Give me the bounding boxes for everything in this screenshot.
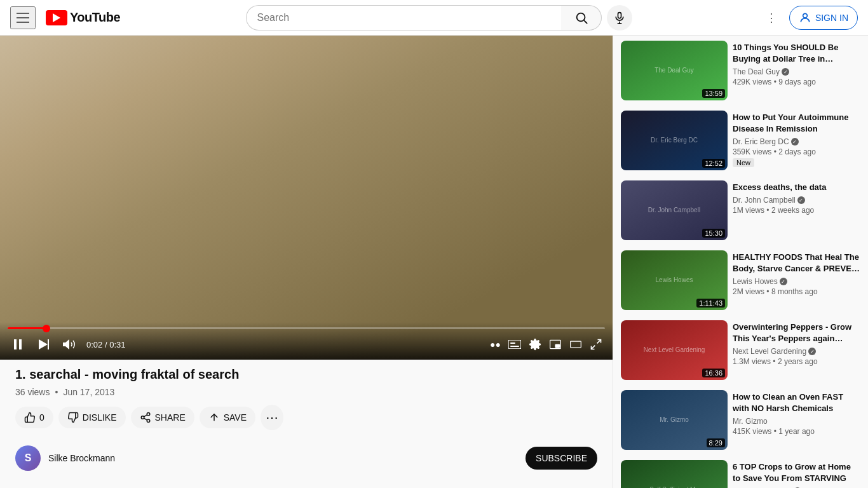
- sidebar-channel-name: Next Level Gardening: [733, 347, 860, 356]
- video-duration: 8:29: [707, 438, 725, 447]
- video-duration: 13:59: [702, 89, 725, 98]
- sidebar-channel-name: Lewis Howes: [733, 277, 860, 286]
- sidebar-item[interactable]: Mr. Gizmo8:29How to Clean an Oven FAST w…: [613, 385, 868, 455]
- subscribe-button[interactable]: SUBSCRIBE: [526, 447, 597, 470]
- svg-text:The Deal Guy: The Deal Guy: [654, 67, 694, 74]
- svg-line-47: [144, 415, 147, 417]
- sidebar-video-info: HEALTHY FOODS That Heal The Body, Starve…: [733, 250, 860, 310]
- svg-line-46: [144, 418, 147, 420]
- play-pause-button[interactable]: [8, 334, 28, 355]
- next-button[interactable]: [33, 334, 53, 355]
- video-info: 1. searchal - moving fraktal of search 3…: [0, 360, 613, 438]
- gear-icon: [529, 338, 541, 351]
- search-input[interactable]: [246, 5, 561, 30]
- sidebar-item[interactable]: Dr. John Campbell15:30Excess deaths, the…: [613, 175, 868, 245]
- search-icon: [574, 11, 588, 25]
- settings-gear-button[interactable]: [526, 336, 544, 353]
- sidebar-item[interactable]: Self Sufficient Me12:046 TOP Crops to Gr…: [613, 455, 868, 488]
- svg-rect-30: [19, 339, 22, 349]
- share-icon: [140, 412, 151, 423]
- sidebar-thumbnail: Lewis Howes1:11:43: [621, 250, 728, 310]
- sign-in-button[interactable]: SIGN IN: [789, 6, 858, 30]
- svg-rect-39: [555, 344, 560, 348]
- svg-rect-20: [240, 308, 613, 313]
- verified-icon: [782, 68, 789, 76]
- sidebar-video-stats: 429K views • 9 days ago: [733, 78, 860, 86]
- video-duration: 15:30: [702, 229, 725, 238]
- sidebar-thumbnail: Next Level Gardening16:36: [621, 320, 728, 380]
- video-title: 1. searchal - moving fraktal of search: [15, 367, 597, 382]
- svg-line-1: [584, 20, 587, 24]
- controls-row: 0:02 / 0:31 ●●: [8, 334, 605, 355]
- like-count: 0: [39, 412, 44, 423]
- subtitles-button[interactable]: [506, 337, 524, 351]
- mic-button[interactable]: [607, 5, 632, 30]
- theater-icon: [569, 338, 582, 351]
- fullscreen-button[interactable]: [587, 336, 605, 353]
- svg-rect-26: [240, 268, 245, 308]
- sidebar-video-info: Excess deaths, the dataDr. John Campbell…: [733, 180, 860, 240]
- svg-marker-31: [39, 339, 48, 349]
- sidebar-thumbnail: Dr. Eric Berg DC12:52: [621, 111, 728, 170]
- video-controls: 0:02 / 0:31 ●●: [0, 322, 613, 360]
- channel-name[interactable]: Silke Brockmann: [48, 453, 115, 463]
- progress-dot: [43, 325, 50, 332]
- save-button[interactable]: SAVE: [200, 407, 255, 428]
- video-frame: [0, 36, 613, 360]
- svg-line-42: [592, 346, 595, 349]
- svg-rect-61: [621, 460, 728, 488]
- svg-point-0: [577, 13, 585, 21]
- video-player-wrapper: 0:02 / 0:31 ●●: [0, 36, 613, 360]
- sidebar-item[interactable]: Dr. Eric Berg DC12:52How to Put Your Aut…: [613, 105, 868, 175]
- fullscreen-icon: [590, 338, 602, 351]
- svg-rect-24: [159, 187, 165, 227]
- logo[interactable]: YouTube: [46, 10, 120, 25]
- sidebar-channel-name: Dr. Eric Berg DC: [733, 137, 860, 146]
- share-button[interactable]: SHARE: [131, 407, 194, 428]
- like-button[interactable]: 0: [15, 407, 53, 428]
- next-icon: [36, 337, 51, 352]
- sidebar-thumbnail: Self Sufficient Me12:04: [621, 460, 728, 488]
- video-player[interactable]: 0:02 / 0:31 ●●: [0, 36, 613, 360]
- miniplayer-icon: [549, 338, 562, 351]
- svg-point-5: [803, 13, 808, 18]
- staircase-visual: [0, 36, 613, 360]
- share-label: SHARE: [155, 412, 186, 423]
- save-label: SAVE: [224, 412, 247, 423]
- menu-button[interactable]: [10, 6, 36, 29]
- volume-button[interactable]: [58, 334, 79, 355]
- volume-icon: [61, 337, 76, 352]
- settings-button[interactable]: ●●: [487, 337, 503, 352]
- sidebar-video-stats: 1M views • 2 weeks ago: [733, 206, 860, 215]
- sidebar-video-title: Excess deaths, the data: [733, 182, 860, 193]
- time-display: 0:02 / 0:31: [86, 340, 125, 349]
- more-options-button[interactable]: ⋮: [759, 5, 784, 30]
- sidebar-video-stats: 2M views • 8 months ago: [733, 287, 860, 296]
- miniplayer-button[interactable]: [546, 336, 564, 353]
- more-actions-button[interactable]: ⋯: [261, 405, 283, 430]
- video-meta: 36 views • Jun 17, 2013: [15, 387, 597, 397]
- svg-point-43: [147, 413, 150, 416]
- svg-rect-22: [80, 108, 85, 148]
- sidebar-video-info: 6 TOP Crops to Grow at Home to Save You …: [733, 460, 860, 488]
- verified-icon: [797, 196, 805, 204]
- sidebar-item[interactable]: The Deal Guy13:5910 Things You SHOULD Be…: [613, 36, 868, 105]
- progress-bar[interactable]: [8, 327, 605, 329]
- sidebar-item[interactable]: Lewis Howes1:11:43HEALTHY FOODS That Hea…: [613, 245, 868, 315]
- pause-icon: [10, 337, 25, 352]
- sidebar-video-info: 10 Things You SHOULD Be Buying at Dollar…: [733, 41, 860, 100]
- header-center: [120, 5, 759, 30]
- mic-icon: [613, 11, 626, 24]
- theater-button[interactable]: [567, 336, 585, 353]
- svg-rect-36: [510, 342, 515, 344]
- main-layout: 0:02 / 0:31 ●●: [0, 36, 868, 488]
- svg-marker-33: [63, 339, 69, 349]
- dislike-button[interactable]: DISLIKE: [58, 407, 126, 428]
- search-button[interactable]: [561, 5, 602, 30]
- svg-rect-34: [508, 340, 521, 349]
- sidebar-item[interactable]: Next Level Gardening16:36Overwintering P…: [613, 315, 868, 385]
- sidebar-video-stats: 1.3M views • 2 years ago: [733, 357, 860, 366]
- right-controls: ●●: [487, 336, 605, 353]
- svg-text:Dr. Eric Berg DC: Dr. Eric Berg DC: [651, 137, 698, 144]
- svg-text:Next Level Gardening: Next Level Gardening: [644, 346, 705, 353]
